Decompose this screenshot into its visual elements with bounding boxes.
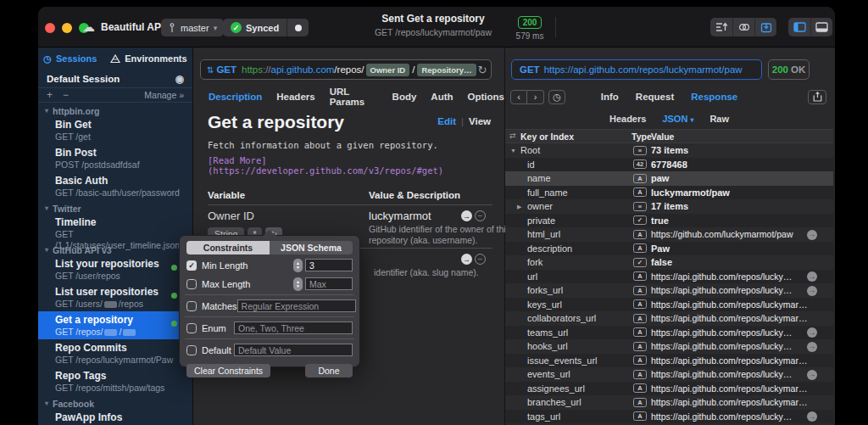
tab-request[interactable]: Request [636,92,674,102]
dynamic-values-button[interactable] [732,18,754,36]
close-window-button[interactable] [45,23,55,33]
json-row-id[interactable]: id426778468 [505,158,833,172]
group-disclosure-icon[interactable]: ▾ [45,204,48,212]
manage-link[interactable]: Manage » [144,90,184,100]
sidebar-item-repo-tags[interactable]: Repo TagsGET /repos/mittsh/paw/tags [38,367,192,395]
tab-environments[interactable]: Environments [110,53,186,64]
session-selector[interactable]: Default Session ◉ [38,70,192,88]
tab-auth[interactable]: Auth [431,92,453,102]
sidebar-item-bin-get[interactable]: Bin GetGET /get [38,116,192,144]
json-row-keys_url[interactable]: keys_urlAhttps://api.github.com/repos/lu… [505,298,833,312]
sidebar-group-header[interactable]: ▾Facebook [38,395,192,409]
sidebar-item-basic-auth[interactable]: Basic AuthGET /basic-auth/user/password [38,172,192,200]
segment-json-schema[interactable]: JSON Schema [270,241,353,254]
sidebar-group-header[interactable]: ▾httpbin.org [38,103,192,116]
sidebar-item-timeline[interactable]: TimelineGET /1.1/statuses/user_timeline.… [38,214,192,242]
branch-selector[interactable]: master ▾ [161,19,224,36]
checkbox-unchecked[interactable] [186,279,197,289]
read-more-link[interactable]: [Read More](https://developer.github.com… [208,155,492,176]
disclosure-down-icon[interactable]: ▼ [510,148,516,154]
json-row-tags_url[interactable]: tags_urlAhttps://api.github.com/repos/lu… [505,410,833,424]
open-link-icon[interactable]: → [807,411,817,422]
url-bar[interactable]: ⇅ GET https://api.github.com/repos/ Owne… [200,59,492,80]
json-row-hooks_url[interactable]: hooks_urlAhttps://api.github.com/repos/l… [505,339,833,354]
json-row-url[interactable]: urlAhttps://api.github.com/repos/lucky…→ [505,270,833,284]
stepper-control[interactable]: ▲▼ [293,277,303,291]
refresh-icon[interactable]: ↻ [478,64,487,76]
tab-description[interactable]: Description [209,92,262,102]
open-link-icon[interactable]: → [807,327,817,338]
stepper-control[interactable]: ▲▼ [293,259,303,272]
json-row-full_name[interactable]: full_nameAluckymarmot/paw [505,186,833,200]
add-request-button[interactable]: + [47,89,53,101]
json-row-collaborators_url[interactable]: collaborators_urlAhttps://api.github.com… [505,311,833,326]
sidebar-item-get-a-repository[interactable]: Get a repositoryGET /repos// [38,311,192,339]
json-row-Root[interactable]: ▼Root≡73 items [505,143,833,158]
subtab-json[interactable]: JSON ▾ [662,114,693,124]
remove-variable-icon[interactable]: − [475,254,486,265]
json-row-description[interactable]: descriptionAPaw [505,242,833,256]
group-disclosure-icon[interactable]: ▾ [45,400,48,407]
toggle-bottom-panel-button[interactable] [810,18,832,36]
disclosure-right-icon[interactable]: ▶ [517,204,521,210]
json-row-forks_url[interactable]: forks_urlAhttps://api.github.com/repos/l… [505,283,833,298]
repository-token[interactable]: Repository… [417,64,476,76]
json-row-events_url[interactable]: events_urlAhttps://api.github.com/repos/… [505,367,833,382]
open-link-icon[interactable]: → [807,342,817,352]
group-disclosure-icon[interactable]: ▾ [45,246,48,254]
json-row-html_url[interactable]: html_urlAhttps://github.com/luckymarmot/… [505,227,833,242]
constraint-value-field[interactable] [305,259,353,271]
group-disclosure-icon[interactable]: ▾ [45,107,48,115]
checkbox-unchecked[interactable] [186,345,197,355]
json-row-assignees_url[interactable]: assignees_urlAhttps://api.github.com/rep… [505,382,833,396]
done-button[interactable]: Done [305,364,353,377]
checkbox-unchecked[interactable] [186,323,197,333]
clear-constraints-button[interactable]: Clear Constraints [186,364,270,377]
json-row-issue_events_url[interactable]: issue_events_urlAhttps://api.github.com/… [505,354,833,368]
checkbox-checked[interactable]: ✓ [186,260,197,271]
open-link-icon[interactable]: → [807,271,817,282]
tab-body[interactable]: Body [392,92,417,102]
collapse-all-icon[interactable]: ⇄ [509,131,516,140]
minimize-window-button[interactable] [62,23,72,33]
open-link-icon[interactable]: → [807,230,817,240]
checkbox-unchecked[interactable] [186,301,197,311]
import-button[interactable] [754,18,776,36]
constraint-value-field[interactable] [237,299,356,312]
variable-value[interactable]: luckymarmot [369,210,431,222]
json-row-fork[interactable]: fork✓false [505,255,833,270]
remove-request-button[interactable]: − [63,89,69,101]
subtab-raw[interactable]: Raw [709,114,729,124]
json-row-teams_url[interactable]: teams_urlAhttps://api.github.com/repos/l… [505,326,833,340]
sync-activity-segment[interactable] [287,19,309,36]
method-label[interactable]: GET [216,64,236,75]
tab-response[interactable]: Response [691,92,737,102]
constraint-value-field[interactable] [234,322,353,334]
remove-variable-icon[interactable]: − [475,210,486,221]
toggle-sidebar-button[interactable] [788,18,810,36]
subtab-headers[interactable]: Headers [609,114,646,124]
sidebar-item-repo-commits[interactable]: Repo CommitsGET /repos/luckymarmot/Paw [38,339,192,367]
requests-order-button[interactable] [710,18,732,36]
open-link-icon[interactable]: → [807,286,817,296]
tab-url-params[interactable]: URL Params [330,87,378,107]
tab-options[interactable]: Options [468,92,504,102]
sync-status-button[interactable]: ✓ Synced [223,19,309,36]
json-row-name[interactable]: nameApaw [505,171,833,186]
tab-info[interactable]: Info [601,92,619,102]
sidebar-group-header[interactable]: ▾Twitter [38,200,192,214]
sidebar-item-bin-post[interactable]: Bin PostPOST /postdsadfdsaf [38,144,192,172]
json-row-branches_url[interactable]: branches_urlAhttps://api.github.com/repo… [505,395,833,410]
go-arrow-icon[interactable]: → [461,254,472,265]
segment-constraints[interactable]: Constraints [186,241,270,254]
tab-headers[interactable]: Headers [276,92,314,102]
view-link[interactable]: View [469,116,491,126]
constraint-value-field[interactable] [234,344,353,356]
open-link-icon[interactable]: → [807,370,817,380]
method-sort-icon[interactable]: ⇅ [207,65,214,75]
go-arrow-icon[interactable]: → [461,210,472,221]
tab-sessions[interactable]: ◷ Sessions [43,53,97,64]
json-row-private[interactable]: private✓true [505,214,833,228]
edit-link[interactable]: Edit [437,116,456,126]
sidebar-item-pawapp-infos[interactable]: PawApp Infos [38,409,192,425]
